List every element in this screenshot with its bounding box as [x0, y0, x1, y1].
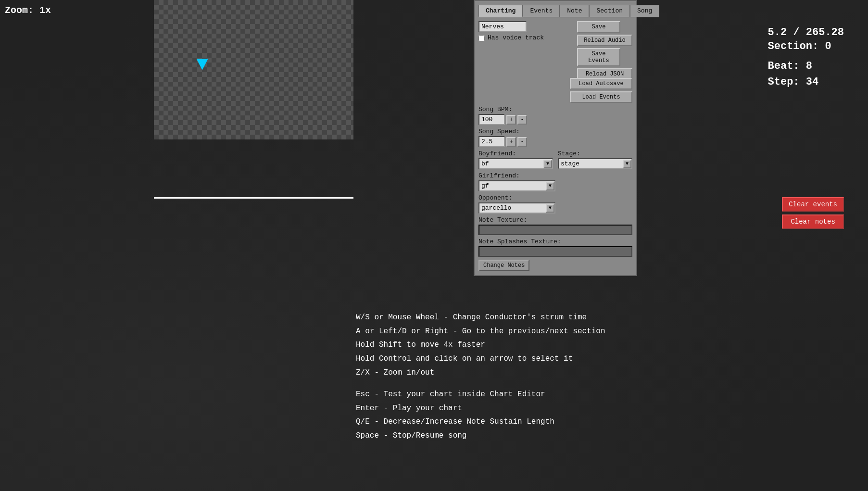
- section-info: Section: 0: [768, 40, 844, 52]
- instruction-line-8: Q/E - Decrease/Increase Note Sustain Len…: [356, 415, 605, 429]
- tabs-row: Charting Events Note Section Song: [478, 5, 632, 17]
- tab-section[interactable]: Section: [589, 5, 630, 17]
- girlfriend-select[interactable]: gf: [478, 180, 555, 191]
- position-info: 5.2 / 265.28: [768, 26, 844, 38]
- tab-events[interactable]: Events: [523, 5, 560, 17]
- instruction-line-3: Hold Shift to move 4x faster: [356, 338, 605, 352]
- tab-charting[interactable]: Charting: [478, 5, 523, 17]
- note-texture-label: Note Texture:: [478, 216, 632, 224]
- opponent-label: Opponent:: [478, 194, 632, 201]
- right-panel: Charting Events Note Section Song Has vo…: [474, 0, 637, 276]
- instruction-line-1: W/S or Mouse Wheel - Change Conductor's …: [356, 311, 605, 325]
- song-bpm-label: Song BPM:: [478, 106, 632, 113]
- stage-select[interactable]: stage: [558, 158, 632, 169]
- speed-input[interactable]: [478, 136, 505, 147]
- girlfriend-field: Girlfriend: gf ▼: [478, 172, 632, 191]
- boyfriend-select[interactable]: bf: [478, 158, 553, 169]
- song-speed-label: Song Speed:: [478, 128, 632, 135]
- tab-note[interactable]: Note: [560, 5, 589, 17]
- save-button[interactable]: Save: [577, 21, 620, 33]
- song-bpm-field: Song BPM: + -: [478, 106, 632, 125]
- change-notes-button[interactable]: Change Notes: [478, 260, 529, 271]
- waveform-svg: [308, 0, 353, 139]
- arrow-indicator: ▼: [196, 53, 208, 76]
- tab-song[interactable]: Song: [630, 5, 659, 17]
- bpm-plus-btn[interactable]: +: [506, 115, 516, 125]
- girlfriend-label: Girlfriend:: [478, 172, 632, 179]
- instruction-line-7: Enter - Play your chart: [356, 402, 605, 415]
- opponent-select[interactable]: garcello: [478, 202, 555, 214]
- note-splashes-field: Note Splashes Texture:: [478, 238, 632, 257]
- opponent-field: Opponent: garcello ▼: [478, 194, 632, 214]
- speed-minus-btn[interactable]: -: [517, 137, 527, 147]
- note-texture-input[interactable]: [478, 225, 632, 235]
- instructions-area: W/S or Mouse Wheel - Change Conductor's …: [356, 311, 605, 443]
- load-events-button[interactable]: Load Events: [570, 91, 632, 103]
- stage-label: Stage:: [558, 150, 632, 157]
- note-texture-field: Note Texture:: [478, 216, 632, 235]
- spacer: [356, 380, 605, 388]
- bpm-input[interactable]: [478, 114, 505, 125]
- note-splashes-label: Note Splashes Texture:: [478, 238, 632, 245]
- has-voice-track-checkbox[interactable]: [478, 35, 485, 41]
- boyfriend-stage-row: Boyfriend: bf ▼ Stage: stage ▼: [478, 150, 632, 169]
- zoom-label: Zoom: 1x: [5, 5, 51, 16]
- chart-area: [154, 0, 353, 139]
- instruction-line-2: A or Left/D or Right - Go to the previou…: [356, 325, 605, 339]
- step-info: Step: 34: [768, 76, 844, 88]
- boyfriend-label: Boyfriend:: [478, 150, 553, 157]
- instruction-line-4: Hold Control and click on an arrow to se…: [356, 352, 605, 366]
- clear-events-button[interactable]: Clear events: [782, 197, 844, 212]
- voice-track-label: Has voice track: [488, 34, 544, 41]
- save-events-button[interactable]: Save Events: [577, 48, 620, 66]
- load-autosave-button[interactable]: Load Autosave: [570, 78, 632, 89]
- reload-audio-button[interactable]: Reload Audio: [577, 35, 632, 46]
- song-speed-field: Song Speed: + -: [478, 128, 632, 147]
- instruction-line-5: Z/X - Zoom in/out: [356, 366, 605, 380]
- bpm-minus-btn[interactable]: -: [517, 115, 527, 125]
- info-panel: 5.2 / 265.28 Section: 0 Beat: 8 Step: 34: [768, 26, 844, 88]
- instruction-line-6: Esc - Test your chart inside Chart Edito…: [356, 388, 605, 402]
- right-buttons-col: Save Reload Audio Save Events Reload JSO…: [577, 21, 632, 80]
- progress-line: [154, 197, 353, 199]
- instruction-line-9: Space - Stop/Resume song: [356, 429, 605, 443]
- clear-notes-button[interactable]: Clear notes: [782, 214, 844, 229]
- song-name-input[interactable]: [478, 21, 527, 32]
- panel-content: Has voice track Save Reload Audio Save E…: [478, 21, 632, 271]
- speed-plus-btn[interactable]: +: [506, 137, 516, 147]
- note-splashes-input[interactable]: [478, 246, 632, 257]
- beat-info: Beat: 8: [768, 60, 844, 72]
- clear-buttons-area: Clear events Clear notes: [782, 197, 844, 229]
